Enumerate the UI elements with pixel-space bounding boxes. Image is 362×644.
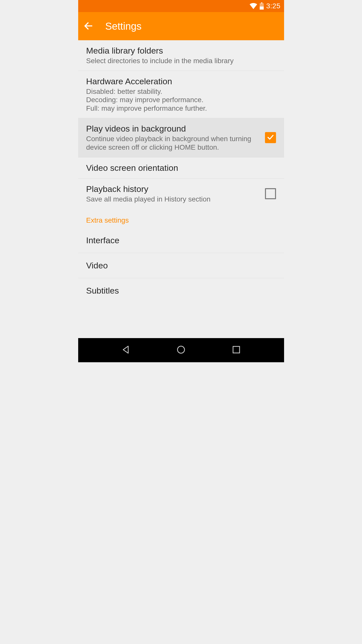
navigation-bar — [78, 338, 284, 362]
section-header-extra: Extra settings — [78, 209, 284, 228]
setting-title: Play videos in background — [86, 124, 258, 134]
setting-play-background[interactable]: Play videos in background Continue video… — [78, 118, 284, 157]
setting-title: Subtitles — [86, 286, 119, 295]
setting-video-orientation[interactable]: Video screen orientation — [78, 157, 284, 179]
setting-subtitle: Select directories to include in the med… — [86, 57, 276, 65]
setting-title: Hardware Acceleration — [86, 76, 276, 86]
status-bar: 3:25 — [78, 0, 284, 12]
setting-media-library[interactable]: Media library folders Select directories… — [78, 40, 284, 71]
wifi-icon — [250, 3, 257, 9]
setting-playback-history[interactable]: Playback history Save all media played i… — [78, 179, 284, 209]
nav-home-button[interactable] — [173, 343, 189, 358]
setting-subtitle: Disabled: better stability. Decoding: ma… — [86, 87, 276, 113]
checkbox-playback-history[interactable] — [265, 188, 276, 199]
settings-list: Media library folders Select directories… — [78, 40, 284, 338]
svg-point-3 — [177, 346, 185, 353]
setting-subtitle: Save all media played in History section — [86, 195, 258, 204]
setting-title: Playback history — [86, 184, 258, 194]
triangle-back-icon — [121, 345, 130, 355]
square-recent-icon — [232, 346, 240, 355]
page-title: Settings — [105, 21, 142, 32]
setting-title: Media library folders — [86, 46, 276, 56]
setting-interface[interactable]: Interface — [78, 228, 284, 253]
setting-subtitles[interactable]: Subtitles — [78, 278, 284, 303]
setting-hardware-acceleration[interactable]: Hardware Acceleration Disabled: better s… — [78, 71, 284, 118]
status-time: 3:25 — [266, 2, 281, 10]
svg-rect-2 — [260, 7, 264, 10]
setting-title: Video — [86, 261, 108, 270]
circle-home-icon — [176, 345, 186, 355]
app-bar: Settings — [78, 12, 284, 40]
svg-rect-0 — [261, 3, 262, 3]
nav-recent-button[interactable] — [229, 343, 244, 358]
nav-back-button[interactable] — [118, 343, 133, 358]
setting-title: Video screen orientation — [86, 163, 276, 173]
battery-icon — [260, 3, 264, 10]
back-button[interactable] — [81, 19, 96, 34]
setting-video[interactable]: Video — [78, 253, 284, 278]
checkbox-play-background[interactable] — [265, 132, 276, 143]
setting-subtitle: Continue video playback in background wh… — [86, 135, 258, 151]
arrow-left-icon — [83, 21, 93, 32]
setting-title: Interface — [86, 235, 119, 245]
check-icon — [267, 133, 274, 142]
svg-rect-4 — [233, 346, 240, 353]
